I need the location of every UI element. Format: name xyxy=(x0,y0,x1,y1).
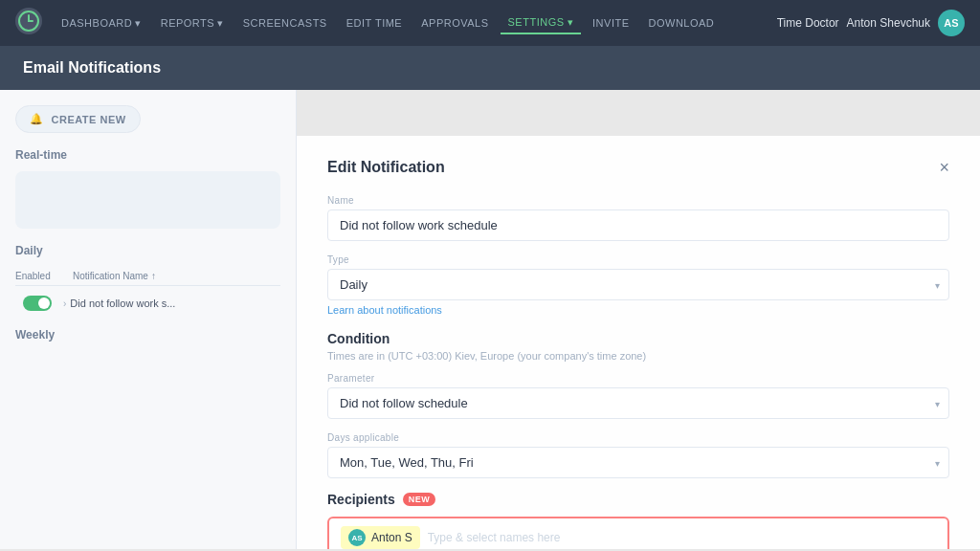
nav-approvals[interactable]: APPROVALS xyxy=(413,13,496,33)
table-row[interactable]: › Did not follow work s... xyxy=(15,290,280,317)
weekly-label: Weekly xyxy=(15,328,280,342)
type-select[interactable]: Daily xyxy=(327,269,949,300)
type-field-group: Type Daily ▾ Learn about notifications xyxy=(327,254,949,318)
days-field-group: Days applicable Mon, Tue, Wed, Thu, Fri … xyxy=(327,432,949,478)
name-input[interactable] xyxy=(327,209,949,241)
company-name: Time Doctor xyxy=(777,16,839,30)
chevron-down-icon: ▾ xyxy=(217,17,224,30)
daily-label: Daily xyxy=(15,244,280,257)
parameter-select[interactable]: Did not follow schedule xyxy=(327,387,949,419)
recipient-tag: AS Anton S xyxy=(341,526,420,549)
realtime-placeholder xyxy=(15,171,280,229)
nav-user-area: Time Doctor Anton Shevchuk AS xyxy=(777,10,965,36)
create-new-button[interactable]: 🔔 CREATE NEW xyxy=(15,105,141,133)
nav-dashboard[interactable]: DASHBOARD ▾ xyxy=(54,13,149,33)
sidebar: 🔔 CREATE NEW Real-time Daily Enabled Not… xyxy=(0,90,297,549)
recipients-header: Recipients New xyxy=(327,492,949,507)
days-select-wrapper: Mon, Tue, Wed, Thu, Fri ▾ xyxy=(327,447,949,478)
enabled-toggle[interactable] xyxy=(23,296,52,311)
parameter-select-wrapper: Did not follow schedule ▾ xyxy=(327,387,949,419)
parameter-label: Parameter xyxy=(327,373,949,384)
recipients-title: Recipients xyxy=(327,492,395,507)
col-enabled: Enabled xyxy=(15,271,73,281)
chevron-right-icon: › xyxy=(63,298,66,309)
condition-title: Condition xyxy=(327,331,949,346)
condition-subtitle: Times are in (UTC +03:00) Kiev, Europe (… xyxy=(327,350,949,362)
days-label: Days applicable xyxy=(327,432,949,443)
nav-invite[interactable]: INVITE xyxy=(585,13,636,33)
nav-download[interactable]: DOWNLOAD xyxy=(641,13,723,33)
nav-settings[interactable]: SETTINGS ▾ xyxy=(501,12,582,34)
col-name: Notification Name ↑ xyxy=(73,271,156,281)
edit-notification-modal: Edit Notification × Name Type Daily ▾ Le… xyxy=(297,136,980,549)
page-header: Email Notifications xyxy=(0,46,980,90)
nav-edit-time[interactable]: EDIT TIME xyxy=(339,13,411,33)
recipients-input[interactable]: Type & select names here xyxy=(428,531,561,544)
daily-section: Daily Enabled Notification Name ↑ › Did … xyxy=(15,244,280,317)
user-name: Anton Shevchuk xyxy=(847,16,930,30)
modal-header: Edit Notification × xyxy=(327,159,949,176)
bell-icon: 🔔 xyxy=(30,113,44,125)
chevron-down-icon: ▾ xyxy=(135,17,142,30)
chevron-down-icon: ▾ xyxy=(568,16,574,29)
nav-screencasts[interactable]: SCREENCASTS xyxy=(235,13,335,33)
type-select-wrapper: Daily ▾ xyxy=(327,269,949,300)
recipients-box[interactable]: AS Anton S Type & select names here xyxy=(327,517,949,549)
type-label: Type xyxy=(327,254,949,265)
page-title: Email Notifications xyxy=(23,59,161,76)
realtime-label: Real-time xyxy=(15,148,280,162)
logo xyxy=(15,8,42,38)
parameter-field-group: Parameter Did not follow schedule ▾ xyxy=(327,373,949,419)
navbar: DASHBOARD ▾ REPORTS ▾ SCREENCASTS EDIT T… xyxy=(0,0,980,46)
sort-icon: ↑ xyxy=(151,271,156,281)
name-label: Name xyxy=(327,195,949,206)
user-avatar[interactable]: AS xyxy=(938,10,965,36)
recipient-name: Anton S xyxy=(371,531,412,544)
days-select[interactable]: Mon, Tue, Wed, Thu, Fri xyxy=(327,447,949,478)
table-header: Enabled Notification Name ↑ xyxy=(15,267,280,286)
row-name: › Did not follow work s... xyxy=(63,298,175,309)
recipient-avatar: AS xyxy=(348,529,366,546)
close-button[interactable]: × xyxy=(939,159,949,176)
learn-link[interactable]: Learn about notifications xyxy=(327,304,442,316)
name-field-group: Name xyxy=(327,195,949,241)
new-badge: New xyxy=(403,493,436,506)
nav-reports[interactable]: REPORTS ▾ xyxy=(153,13,232,33)
modal-title: Edit Notification xyxy=(327,159,445,176)
